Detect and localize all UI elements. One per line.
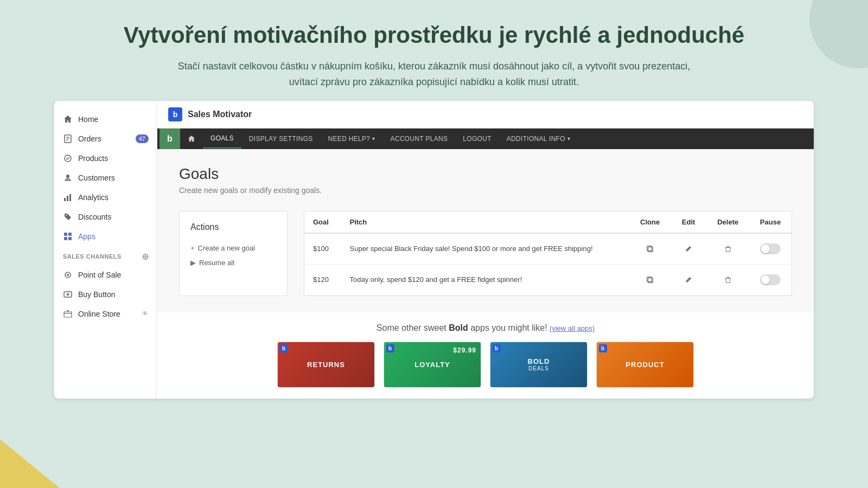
resume-all-label: Resume all	[199, 259, 234, 267]
svg-rect-8	[69, 194, 71, 201]
sidebar-item-products[interactable]: Products	[54, 149, 157, 168]
resume-all-button[interactable]: ▶ Resume all	[190, 255, 276, 270]
nav-bar: b GOALS DISPLAY SETTINGS NEED HELP? ▾ AC…	[157, 129, 814, 149]
bottom-brand: Bold	[449, 323, 468, 332]
table-row: $120 Today only, spend $120 and get a FR…	[304, 264, 792, 295]
bottom-text-suffix: apps you might like!	[468, 323, 547, 332]
product-label: PRODUCT	[626, 361, 664, 369]
col-clone: Clone	[629, 211, 670, 233]
svg-point-19	[67, 310, 69, 311]
sidebar-online-store-label: Online Store	[78, 310, 120, 318]
nav-additional-info-label: ADDITIONAL INFO	[507, 135, 565, 143]
returns-label: RETURNS	[307, 361, 345, 369]
app-card-returns[interactable]: b RETURNS	[277, 342, 375, 388]
customers-icon	[63, 173, 73, 183]
loyalty-price: $29.99	[453, 346, 476, 354]
delete-button-2[interactable]	[720, 272, 736, 287]
create-goal-label: Create a new goal	[198, 244, 256, 252]
sidebar-item-home[interactable]: Home	[54, 110, 157, 129]
svg-rect-10	[68, 233, 72, 236]
product-badge: b	[599, 344, 607, 352]
delete-button-1[interactable]	[720, 241, 736, 256]
online-store-visibility-icon[interactable]: 👁	[142, 310, 149, 318]
add-channel-icon[interactable]: ⊕	[142, 252, 149, 262]
discounts-icon	[63, 212, 73, 222]
sidebar-item-analytics[interactable]: Analytics	[54, 188, 157, 207]
hero-section: Vytvoření motivačního prostředku je rych…	[0, 0, 868, 101]
bold-label: BOLD	[528, 357, 550, 365]
app-card-bold[interactable]: b BOLD DEALS	[490, 342, 588, 388]
hero-title: Vytvoření motivačního prostředku je rych…	[108, 22, 760, 49]
play-icon: ▶	[190, 259, 196, 267]
app-header: b Sales Motivator	[157, 101, 814, 129]
pause-toggle-2[interactable]	[760, 274, 781, 285]
analytics-icon	[63, 192, 73, 202]
deco-triangle	[0, 439, 60, 488]
edit-cell-2	[671, 264, 706, 295]
edit-button-2[interactable]	[681, 272, 696, 287]
nav-need-help[interactable]: NEED HELP? ▾	[321, 130, 383, 148]
loyalty-label: LOYALTY	[414, 361, 450, 369]
view-all-apps-link[interactable]: (view all apps)	[550, 324, 595, 332]
apps-icon	[63, 232, 73, 241]
edit-button-1[interactable]	[681, 241, 696, 256]
nav-logout[interactable]: LOGOUT	[455, 130, 499, 148]
app-card-product[interactable]: b PRODUCT	[596, 342, 694, 388]
svg-point-5	[66, 175, 69, 178]
col-goal: Goal	[304, 211, 341, 233]
online-store-icon	[63, 309, 73, 319]
nav-logo-btn[interactable]: b	[159, 129, 180, 149]
app-cards: b RETURNS b LOYALTY $29.99 b BOLD DEALS	[179, 342, 792, 388]
two-col-layout: Actions + Create a new goal ▶ Resume all	[179, 211, 792, 296]
sidebar-item-orders[interactable]: Orders 47	[54, 129, 157, 149]
bold-subtitle: DEALS	[528, 365, 550, 371]
svg-rect-7	[67, 196, 68, 201]
main-container: Home Orders 47 Products Customers	[0, 101, 868, 399]
buy-button-icon	[63, 290, 73, 299]
bold-labels: BOLD DEALS	[528, 357, 550, 371]
sidebar-buy-button-label: Buy Button	[78, 290, 116, 299]
content-area: Goals Create new goals or modify existin…	[157, 149, 814, 312]
col-pitch: Pitch	[341, 211, 630, 233]
orders-badge: 47	[136, 134, 149, 143]
clone-button-2[interactable]	[642, 272, 658, 287]
sidebar-item-customers[interactable]: Customers	[54, 168, 157, 188]
goals-table: Goal Pitch Clone Edit Delete Pause $100	[304, 211, 792, 296]
nav-goals[interactable]: GOALS	[203, 129, 241, 149]
goal-amount-1: $100	[304, 233, 341, 265]
bottom-section: Some other sweet Bold apps you might lik…	[157, 312, 814, 399]
plus-icon: +	[190, 244, 195, 252]
sidebar-item-pos[interactable]: Point of Sale	[54, 265, 157, 285]
nav-home[interactable]	[180, 130, 203, 148]
returns-badge: b	[280, 344, 288, 352]
svg-rect-11	[64, 237, 67, 240]
svg-rect-18	[64, 312, 72, 317]
sidebar-item-online-store[interactable]: Online Store 👁	[54, 304, 157, 324]
nav-account-plans[interactable]: ACCOUNT PLANS	[383, 130, 456, 148]
nav-display-settings[interactable]: DISPLAY SETTINGS	[241, 130, 321, 148]
app-card-loyalty[interactable]: b LOYALTY $29.99	[384, 342, 481, 388]
sales-channels-header: SALES CHANNELS ⊕	[54, 246, 157, 265]
actions-panel: Actions + Create a new goal ▶ Resume all	[179, 211, 288, 296]
additional-info-chevron-icon: ▾	[567, 136, 570, 142]
table-row: $100 Super special Black Friday sale! Sp…	[304, 233, 792, 265]
page-title: Goals	[179, 165, 792, 183]
col-pause: Pause	[749, 211, 792, 233]
pause-toggle-1[interactable]	[760, 243, 781, 254]
nav-need-help-label: NEED HELP?	[328, 135, 371, 143]
sidebar-customers-label: Customers	[78, 174, 115, 182]
create-goal-button[interactable]: + Create a new goal	[190, 241, 276, 255]
nav-additional-info[interactable]: ADDITIONAL INFO ▾	[499, 130, 578, 148]
clone-button-1[interactable]	[642, 241, 658, 256]
sidebar-item-apps[interactable]: Apps	[54, 227, 157, 246]
page-subtitle: Create new goals or modify existing goal…	[179, 186, 792, 195]
hero-subtitle: Stačí nastavit celkovou částku v nákupní…	[108, 59, 760, 90]
sidebar-discounts-label: Discounts	[78, 213, 111, 221]
pos-icon	[63, 270, 73, 280]
sidebar-pos-label: Point of Sale	[78, 271, 121, 279]
app-logo: b	[168, 107, 182, 121]
sidebar-products-label: Products	[78, 154, 108, 163]
sidebar-item-buy-button[interactable]: Buy Button	[54, 285, 157, 304]
col-edit: Edit	[671, 211, 706, 233]
sidebar-item-discounts[interactable]: Discounts	[54, 207, 157, 227]
